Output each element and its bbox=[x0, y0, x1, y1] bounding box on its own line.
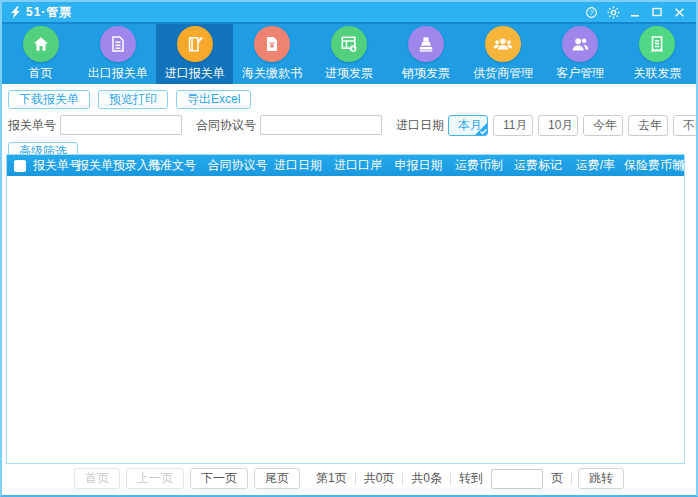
prev-page-button[interactable]: 上一页 bbox=[126, 468, 184, 489]
export-excel-button[interactable]: 导出Excel bbox=[176, 90, 251, 109]
date-option-unlimited[interactable]: 不限 bbox=[673, 115, 698, 136]
column-header[interactable]: 运费/率 bbox=[567, 157, 624, 174]
date-option-this-year[interactable]: 今年 bbox=[583, 115, 623, 136]
declarations-table: 报关单号 报关单预录入号 批准文号 合同协议号 进口日期 进口口岸 申报日期 运… bbox=[6, 154, 685, 464]
total-pages-text: 共0页 bbox=[362, 470, 397, 487]
home-icon bbox=[23, 26, 59, 62]
select-all-checkbox[interactable] bbox=[14, 160, 26, 172]
import-declaration-icon bbox=[177, 26, 213, 62]
nav-item-output-invoice[interactable]: 销项发票 bbox=[388, 24, 465, 84]
nav-label: 关联发票 bbox=[633, 65, 681, 82]
nav-label: 海关缴款书 bbox=[242, 65, 302, 82]
app-window: 51·管票 ? 首页 出口报关单 bbox=[0, 0, 698, 497]
customs-payment-icon: ¥ bbox=[254, 26, 290, 62]
nav-label: 进口报关单 bbox=[165, 65, 225, 82]
preview-print-button[interactable]: 预览打印 bbox=[98, 90, 168, 109]
app-title: 51·管票 bbox=[26, 4, 72, 21]
column-header[interactable]: 进口日期 bbox=[268, 157, 328, 174]
column-header[interactable]: 保险费标记 bbox=[676, 157, 684, 174]
page-unit-label: 页 bbox=[549, 470, 565, 487]
maximize-icon[interactable] bbox=[646, 3, 668, 21]
column-header[interactable]: 报关单号 bbox=[33, 157, 77, 174]
related-invoice-icon bbox=[639, 26, 675, 62]
nav-item-customer-management[interactable]: 客户管理 bbox=[542, 24, 619, 84]
total-records-text: 共0条 bbox=[409, 470, 444, 487]
import-date-label: 进口日期 bbox=[396, 117, 444, 134]
nav-label: 客户管理 bbox=[556, 65, 604, 82]
output-invoice-icon bbox=[408, 26, 444, 62]
pagination-divider bbox=[402, 473, 403, 485]
table-body-empty bbox=[7, 176, 684, 464]
last-page-button[interactable]: 尾页 bbox=[254, 468, 300, 489]
first-page-button[interactable]: 首页 bbox=[74, 468, 120, 489]
nav-item-import-declaration[interactable]: 进口报关单 bbox=[156, 24, 233, 84]
nav-item-related-invoice[interactable]: 关联发票 bbox=[619, 24, 696, 84]
column-header[interactable]: 运费标记 bbox=[509, 157, 567, 174]
goto-label: 转到 bbox=[457, 470, 485, 487]
date-option-last-year[interactable]: 去年 bbox=[628, 115, 668, 136]
declaration-no-label: 报关单号 bbox=[8, 117, 56, 134]
nav-label: 进项发票 bbox=[325, 65, 373, 82]
date-option-current-month[interactable]: 本月 bbox=[448, 115, 488, 136]
date-option-oct[interactable]: 10月 bbox=[538, 115, 578, 136]
nav-label: 供货商管理 bbox=[473, 65, 533, 82]
nav-item-supplier-management[interactable]: 供货商管理 bbox=[465, 24, 542, 84]
contract-no-input[interactable] bbox=[260, 115, 382, 135]
main-nav: 首页 出口报关单 进口报关单 ¥ 海关缴款书 进项发票 bbox=[2, 24, 696, 84]
goto-page-input[interactable] bbox=[491, 469, 543, 489]
export-declaration-icon bbox=[100, 26, 136, 62]
nav-label: 首页 bbox=[29, 65, 53, 82]
supplier-management-icon bbox=[485, 26, 521, 62]
close-icon[interactable] bbox=[668, 3, 690, 21]
column-header[interactable]: 报关单预录入号 bbox=[77, 157, 137, 174]
jump-button[interactable]: 跳转 bbox=[578, 468, 624, 489]
pagination-divider bbox=[355, 473, 356, 485]
customer-management-icon bbox=[562, 26, 598, 62]
contract-no-label: 合同协议号 bbox=[196, 117, 256, 134]
table-header-row: 报关单号 报关单预录入号 批准文号 合同协议号 进口日期 进口口岸 申报日期 运… bbox=[7, 155, 684, 176]
nav-item-input-invoice[interactable]: 进项发票 bbox=[310, 24, 387, 84]
column-header[interactable]: 批准文号 bbox=[137, 157, 207, 174]
nav-label: 销项发票 bbox=[402, 65, 450, 82]
filter-row: 报关单号 合同协议号 进口日期 本月 11月 10月 今年 去年 不限 查询 清… bbox=[8, 114, 694, 136]
minimize-icon[interactable] bbox=[624, 3, 646, 21]
column-header[interactable]: 运费币制 bbox=[449, 157, 509, 174]
date-option-nov[interactable]: 11月 bbox=[493, 115, 533, 136]
settings-gear-icon[interactable] bbox=[602, 3, 624, 21]
help-icon[interactable]: ? bbox=[580, 3, 602, 21]
column-header[interactable]: 申报日期 bbox=[388, 157, 449, 174]
nav-item-export-declaration[interactable]: 出口报关单 bbox=[79, 24, 156, 84]
declaration-no-input[interactable] bbox=[60, 115, 182, 135]
app-logo-icon bbox=[8, 5, 22, 19]
current-page-text: 第1页 bbox=[314, 470, 349, 487]
input-invoice-icon bbox=[331, 26, 367, 62]
column-header[interactable]: 进口口岸 bbox=[328, 157, 388, 174]
pagination-divider bbox=[450, 473, 451, 485]
titlebar: 51·管票 ? bbox=[2, 2, 696, 22]
nav-label: 出口报关单 bbox=[88, 65, 148, 82]
download-declaration-button[interactable]: 下载报关单 bbox=[8, 90, 90, 109]
nav-item-home[interactable]: 首页 bbox=[2, 24, 79, 84]
svg-text:?: ? bbox=[589, 9, 593, 16]
header-checkbox-cell bbox=[7, 160, 33, 172]
column-header[interactable]: 保险费币制 bbox=[624, 157, 676, 174]
pagination-divider bbox=[571, 473, 572, 485]
selected-check-icon bbox=[474, 122, 488, 136]
toolbar: 下载报关单 预览打印 导出Excel bbox=[4, 86, 694, 109]
pagination-bar: 首页 上一页 下一页 尾页 第1页 共0页 共0条 转到 页 跳转 bbox=[4, 468, 694, 489]
content-area: 下载报关单 预览打印 导出Excel 报关单号 合同协议号 进口日期 本月 11… bbox=[4, 86, 694, 493]
column-header[interactable]: 合同协议号 bbox=[207, 157, 268, 174]
next-page-button[interactable]: 下一页 bbox=[190, 468, 248, 489]
nav-item-customs-payment[interactable]: ¥ 海关缴款书 bbox=[233, 24, 310, 84]
